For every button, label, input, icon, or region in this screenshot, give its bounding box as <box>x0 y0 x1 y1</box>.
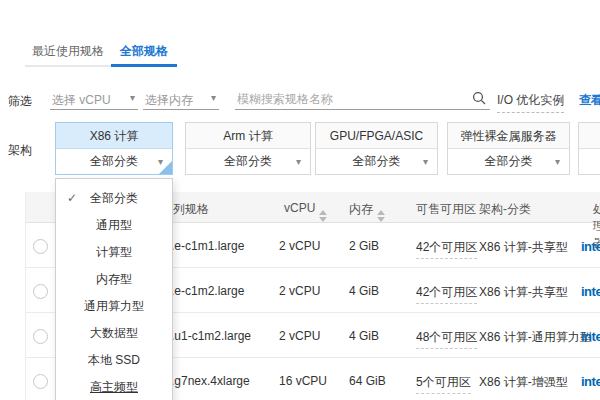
category-value: 全部分类 <box>353 154 401 168</box>
col-header-spec-name: 列规格 <box>173 201 209 218</box>
chevron-down-icon: ▾ <box>423 149 428 174</box>
col-header-arch-category: 架构-分类 <box>479 201 531 218</box>
col-header-label: vCPU <box>284 201 315 215</box>
cell-az[interactable]: 42个可用区 <box>416 239 477 259</box>
menu-item-label: 内存型 <box>96 272 132 286</box>
spec-search-input[interactable] <box>237 90 462 108</box>
category-value: 全部分类 <box>224 154 272 168</box>
cell-az[interactable]: 5个可用区 <box>416 374 471 394</box>
menu-item-bigdata[interactable]: 大数据型 <box>56 320 172 347</box>
row-radio-button[interactable] <box>33 239 48 254</box>
arch-card-title <box>579 123 600 149</box>
arch-card-title: X86 计算 <box>56 123 172 149</box>
chevron-down-icon: ▾ <box>158 149 163 174</box>
intel-logo: intel <box>581 284 600 299</box>
menu-item-label: 高主频型 <box>90 380 138 394</box>
cell-arch-category: X86 计算-通用算力型 <box>479 329 592 346</box>
cell-vcpu: 2 vCPU <box>279 284 320 298</box>
intel-logo: intel <box>581 239 600 254</box>
sort-icon[interactable] <box>377 210 385 222</box>
arch-card-category-select[interactable]: 全部分类 ▾ <box>448 149 569 174</box>
memory-select-value: 选择内存 <box>145 92 193 109</box>
cell-memory: 4 GiB <box>349 284 379 298</box>
cell-memory: 64 GiB <box>349 374 386 388</box>
chevron-down-icon: ▾ <box>211 92 216 103</box>
menu-item-compute[interactable]: 计算型 <box>56 239 172 266</box>
arch-card-title: GPU/FPGA/ASIC <box>316 123 437 149</box>
io-optimized-label[interactable]: I/O 优化实例 <box>497 92 564 113</box>
chevron-down-icon: ▾ <box>555 149 560 174</box>
menu-item-label: 计算型 <box>96 245 132 259</box>
cell-vcpu: 16 vCPU <box>279 374 327 388</box>
menu-item-general[interactable]: 通用型 <box>56 212 172 239</box>
menu-item-high-frequency[interactable]: 高主频型 <box>56 374 172 400</box>
arch-card-category-select[interactable]: 全部分类 ▾ <box>186 149 310 174</box>
menu-item-label: 全部分类 <box>90 191 138 205</box>
cell-arch-category: X86 计算-共享型 <box>479 284 568 301</box>
sort-icon[interactable] <box>319 210 327 222</box>
flavor-picker-panel: 最近使用规格 全部规格 筛选 选择 vCPU ▾ 选择内存 ▾ I/O 优化实例… <box>0 0 600 400</box>
arch-card-arm[interactable]: Arm 计算 全部分类 ▾ <box>185 122 311 175</box>
arch-card-category-select[interactable]: 全部分类 ▾ <box>316 149 437 174</box>
col-header-az: 可售可用区 <box>416 201 476 218</box>
arch-card-title: 弹性裸金属服务器 <box>448 123 569 149</box>
category-dropdown-menu: ✓ 全部分类 通用型 计算型 内存型 通用算力型 大数据型 本地 SSD 高主频… <box>55 178 173 400</box>
arch-card-partial[interactable] <box>578 122 600 175</box>
vcpu-select[interactable]: 选择 vCPU ▾ <box>50 88 138 110</box>
menu-item-all-categories[interactable]: ✓ 全部分类 <box>56 185 172 212</box>
arch-card-x86[interactable]: X86 计算 全部分类 ▾ <box>55 122 173 175</box>
tab-recent-specs[interactable]: 最近使用规格 <box>25 40 111 67</box>
tab-all-specs[interactable]: 全部规格 <box>111 40 177 67</box>
spec-search <box>235 88 490 110</box>
menu-item-memory[interactable]: 内存型 <box>56 266 172 293</box>
cell-arch-category: X86 计算-共享型 <box>479 239 568 256</box>
arch-card-category-select[interactable] <box>579 149 600 174</box>
cell-az[interactable]: 42个可用区 <box>416 284 477 304</box>
menu-item-label: 通用型 <box>96 218 132 232</box>
cell-az[interactable]: 48个可用区 <box>416 329 477 349</box>
memory-select[interactable]: 选择内存 ▾ <box>143 88 219 110</box>
category-value: 全部分类 <box>485 154 533 168</box>
cell-arch-category: X86 计算-增强型 <box>479 374 568 391</box>
category-value: 全部分类 <box>90 154 138 168</box>
arch-card-baremetal[interactable]: 弹性裸金属服务器 全部分类 ▾ <box>447 122 570 175</box>
cell-spec-name: .u1-c1m2.large <box>171 329 251 343</box>
row-radio-button[interactable] <box>33 329 48 344</box>
cell-spec-name: .e-c1m2.large <box>171 284 244 298</box>
cell-vcpu: 2 vCPU <box>279 329 320 343</box>
chevron-down-icon: ▾ <box>296 149 301 174</box>
vcpu-select-value: 选择 vCPU <box>52 92 111 109</box>
col-header-vcpu: vCPU <box>284 201 315 215</box>
cell-vcpu: 2 vCPU <box>279 239 320 253</box>
row-radio-button[interactable] <box>33 374 48 389</box>
arch-card-category-select[interactable]: 全部分类 ▾ <box>56 149 172 174</box>
cell-memory: 4 GiB <box>349 329 379 343</box>
chevron-down-icon: ▾ <box>130 92 135 103</box>
arch-card-title: Arm 计算 <box>186 123 310 149</box>
col-header-memory: 内存 <box>349 201 373 218</box>
filter-label: 筛选 <box>8 93 32 110</box>
architecture-label: 架构 <box>8 142 32 159</box>
menu-item-general-computing[interactable]: 通用算力型 <box>56 293 172 320</box>
col-header-label: 内存 <box>349 202 373 216</box>
row-radio-button[interactable] <box>33 284 48 299</box>
cell-spec-name: .g7nex.4xlarge <box>171 374 250 388</box>
intel-logo: intel <box>581 329 600 344</box>
view-more-link[interactable]: 查看更多 <box>579 92 600 109</box>
check-icon: ✓ <box>67 185 77 212</box>
menu-item-label: 大数据型 <box>90 326 138 340</box>
cell-memory: 2 GiB <box>349 239 379 253</box>
menu-item-local-ssd[interactable]: 本地 SSD <box>56 347 172 374</box>
menu-item-label: 通用算力型 <box>84 299 144 313</box>
menu-item-label: 本地 SSD <box>88 353 140 367</box>
intel-logo: intel <box>581 374 600 389</box>
spec-tabs: 最近使用规格 全部规格 <box>25 40 177 67</box>
arch-card-gpu-fpga-asic[interactable]: GPU/FPGA/ASIC 全部分类 ▾ <box>315 122 438 175</box>
cell-spec-name: .e-c1m1.large <box>171 239 244 253</box>
search-icon[interactable] <box>472 91 486 108</box>
